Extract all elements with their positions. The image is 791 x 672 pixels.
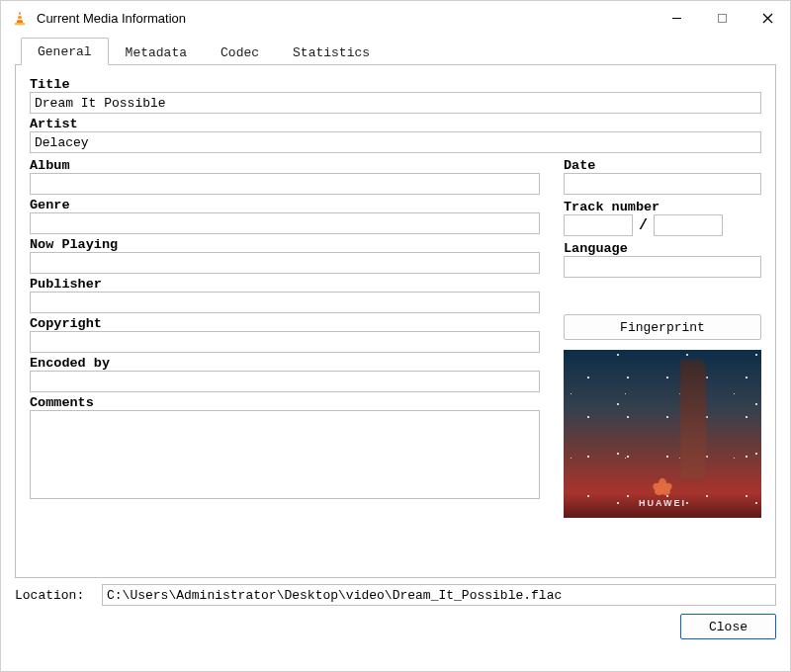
tab-strip: General Metadata Codec Statistics bbox=[15, 35, 776, 64]
comments-label: Comments bbox=[30, 395, 540, 410]
date-input[interactable] bbox=[564, 173, 761, 195]
track-number-input[interactable] bbox=[564, 214, 633, 236]
fingerprint-button[interactable]: Fingerprint bbox=[564, 314, 761, 340]
now-playing-label: Now Playing bbox=[30, 237, 540, 252]
publisher-input[interactable] bbox=[30, 292, 540, 313]
language-label: Language bbox=[564, 241, 761, 256]
titlebar: Current Media Information bbox=[1, 1, 790, 35]
genre-input[interactable] bbox=[30, 212, 540, 234]
tab-general[interactable]: General bbox=[21, 38, 109, 65]
copyright-label: Copyright bbox=[30, 316, 540, 331]
publisher-label: Publisher bbox=[30, 277, 540, 292]
svg-rect-1 bbox=[15, 23, 25, 25]
language-input[interactable] bbox=[564, 256, 761, 278]
artist-input[interactable] bbox=[30, 131, 761, 153]
svg-marker-0 bbox=[17, 11, 24, 24]
cover-art: HUAWEI bbox=[564, 350, 761, 518]
minimize-button[interactable] bbox=[654, 1, 699, 35]
tab-metadata[interactable]: Metadata bbox=[109, 39, 204, 65]
svg-rect-2 bbox=[18, 15, 21, 17]
close-button[interactable]: Close bbox=[680, 614, 776, 639]
general-panel: Title Artist Album Genre bbox=[15, 64, 776, 578]
location-label: Location: bbox=[15, 588, 92, 603]
title-label: Title bbox=[30, 77, 761, 92]
huawei-logo-icon bbox=[654, 478, 671, 496]
now-playing-input[interactable] bbox=[30, 252, 540, 274]
close-window-button[interactable] bbox=[745, 1, 790, 35]
copyright-input[interactable] bbox=[30, 331, 540, 353]
album-label: Album bbox=[30, 158, 540, 173]
maximize-button[interactable] bbox=[699, 1, 745, 35]
track-number-label: Track number bbox=[564, 200, 761, 214]
album-input[interactable] bbox=[30, 173, 540, 195]
window-title: Current Media Information bbox=[37, 11, 186, 26]
genre-label: Genre bbox=[30, 198, 540, 212]
encoded-by-input[interactable] bbox=[30, 371, 540, 392]
tab-statistics[interactable]: Statistics bbox=[276, 39, 387, 65]
svg-rect-5 bbox=[718, 14, 726, 22]
comments-input[interactable] bbox=[30, 410, 540, 499]
media-info-window: Current Media Information General Metada… bbox=[0, 0, 791, 672]
vlc-cone-icon bbox=[11, 9, 29, 27]
tab-codec[interactable]: Codec bbox=[204, 39, 276, 65]
track-total-input[interactable] bbox=[654, 214, 723, 236]
cover-art-brand: HUAWEI bbox=[639, 478, 686, 508]
artist-label: Artist bbox=[30, 117, 761, 131]
encoded-by-label: Encoded by bbox=[30, 356, 540, 371]
title-input[interactable] bbox=[30, 92, 761, 114]
location-input[interactable] bbox=[102, 584, 776, 606]
date-label: Date bbox=[564, 158, 761, 173]
svg-rect-3 bbox=[17, 19, 22, 21]
track-separator: / bbox=[639, 217, 648, 234]
